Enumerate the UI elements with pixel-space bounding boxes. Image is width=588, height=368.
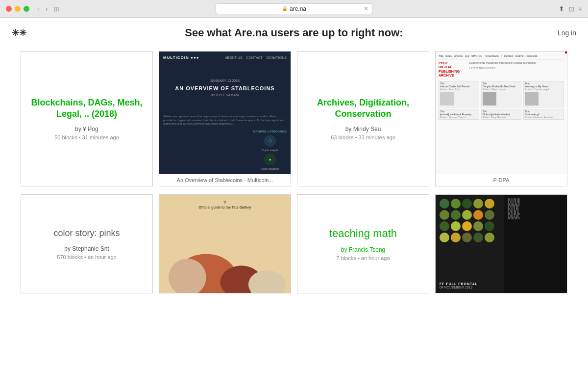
minimize-button[interactable]	[15, 6, 21, 12]
maximize-button[interactable]	[24, 6, 29, 12]
card-meta: 7 blocks • an hour ago	[336, 255, 390, 261]
mc-nav-donations: DONATIONS	[267, 56, 287, 59]
page-title: See what Are.na users are up to right no…	[185, 26, 403, 39]
tate-crest-area: ⚜ Official guide to the Tate Gallery	[159, 195, 291, 209]
card-caption: P-DPA	[436, 174, 567, 186]
card-teachingmath[interactable]: teaching math by Francis Tseng 7 blocks …	[297, 194, 429, 293]
mc-body: Stablecoins represent one of the major a…	[163, 115, 287, 126]
ff-footer-text: FF FULL FRONTAL 04 NOVEMBER 2012	[440, 282, 478, 289]
mc-hero: JANUARY 13 2018 AN OVERVIEW OF STABLECOI…	[163, 64, 287, 112]
mc-author: BY KYLE SAMANI	[211, 93, 239, 97]
forward-button[interactable]: ›	[44, 4, 50, 14]
login-link[interactable]: Log in	[558, 29, 576, 37]
pdpa-table-row2: Title [e-book] Intellectual Property... …	[439, 109, 564, 120]
cards-row-1: Blockchains, DAGs, Mesh, Legal, .. (2018…	[0, 48, 588, 189]
mc-logo: MULTICOIN ●●●	[163, 55, 199, 60]
ff-circles-grid	[440, 199, 494, 242]
card-author: by ¥ Pog	[75, 126, 98, 132]
card-archives[interactable]: Archives, Digitization, Conservation by …	[297, 51, 429, 186]
browser-navigation: ‹ › ⊞	[35, 4, 61, 14]
page: ✳✳ See what Are.na users are up to right…	[0, 18, 588, 368]
ff-dark-area: ██ █ ██ ███ █ █ █ ████ ██ ██ ██ █ ██ ███…	[504, 195, 567, 293]
new-window-button[interactable]: ⊡	[568, 5, 574, 13]
page-header: ✳✳ See what Are.na users are up to right…	[0, 18, 588, 48]
card-title: color story: pinks	[53, 228, 120, 239]
card-author: by Stephanie Snt	[64, 245, 109, 252]
card-author: by Mindy Seu	[345, 126, 381, 132]
mc-nav-contact: CONTACT	[246, 56, 263, 59]
card-caption: An Overview of Stablecoins - Multicoin..…	[159, 174, 291, 186]
pdpa-table-header: Title Internet Cache Self Portrait Autho…	[439, 81, 564, 107]
card-title: teaching math	[329, 227, 397, 241]
mc-article-title: AN OVERVIEW OF STABLECOINS	[175, 85, 274, 91]
card-tate[interactable]: ⚜ Official guide to the Tate Gallery	[159, 194, 291, 293]
card-meta: 570 blocks • an hour ago	[57, 254, 116, 260]
ff-qr-pattern: ██ █ ██ ███ █ █ █ ████ ██ ██ ██ █ ██ ███…	[504, 195, 567, 293]
mc-date: JANUARY 13 2018	[210, 79, 240, 82]
pdpa-post-logo: POSTDIGITALPUBLISHINGARCHIVE	[439, 61, 466, 78]
pdpa-description: Experimental Publishing Informed By Digi…	[469, 61, 564, 78]
close-tab-icon: ✕	[364, 6, 368, 11]
ff-date: 04 NOVEMBER 2012	[440, 286, 478, 289]
layout-button[interactable]: ⊞	[51, 4, 61, 14]
card-fullfrontal[interactable]: ██ █ ██ ███ █ █ █ ████ ██ ██ ██ █ ██ ███…	[435, 194, 567, 293]
pdpa-nav: Title Index Articles Log SPARQL↑ Downloa…	[439, 54, 564, 59]
svg-rect-5	[251, 277, 284, 293]
mc-nav-links: ABOUT US CONTACT DONATIONS	[225, 56, 287, 59]
ff-title: FF FULL FRONTAL	[440, 282, 478, 286]
card-colorstory[interactable]: color story: pinks by Stephanie Snt 570 …	[21, 194, 153, 293]
lock-icon: 🔒	[282, 6, 288, 11]
cards-row-2: color story: pinks by Stephanie Snt 570 …	[0, 191, 588, 296]
multicoin-preview: MULTICOIN ●●● ABOUT US CONTACT DONATIONS…	[159, 52, 291, 174]
card-pdpa[interactable]: Title Index Articles Log SPARQL↑ Downloa…	[435, 51, 567, 186]
pdpa-preview: Title Index Articles Log SPARQL↑ Downloa…	[436, 52, 567, 174]
card-title: Archives, Digitization, Conservation	[307, 97, 419, 120]
pdpa-logo-area: POSTDIGITALPUBLISHINGARCHIVE	[439, 61, 466, 78]
card-meta: 63 blocks • 33 minutes ago	[331, 134, 395, 140]
mc-category2-icon: ●	[264, 154, 276, 165]
url-text: are.na	[290, 5, 306, 12]
share-button[interactable]: ⬆	[559, 5, 564, 13]
card-author: by Francis Tseng	[341, 246, 386, 253]
add-bookmark-button[interactable]: +	[578, 5, 582, 13]
mc-categories: BROWSE CATEGORIES ⬡ Crypto Insights ● As…	[253, 130, 287, 170]
tate-cover: ⚜ Official guide to the Tate Gallery	[159, 195, 291, 293]
mc-footer: BROWSE CATEGORIES ⬡ Crypto Insights ● As…	[163, 130, 287, 170]
pdpa-red-dot	[565, 52, 567, 53]
mc-category-icon: ⬡	[264, 135, 276, 147]
card-title: Blockchains, DAGs, Mesh, Legal, .. (2018…	[31, 97, 143, 120]
close-button[interactable]	[6, 6, 12, 12]
card-meta: 50 blocks • 31 minutes ago	[54, 134, 119, 140]
browser-actions: ⬆ ⊡ +	[559, 5, 582, 13]
fullfrontal-cover: ██ █ ██ ███ █ █ █ ████ ██ ██ ██ █ ██ ███…	[436, 195, 567, 293]
browser-chrome: ‹ › ⊞ 🔒 are.na ✕ ⬆ ⊡ +	[0, 0, 588, 18]
mc-nav-aboutus: ABOUT US	[225, 56, 243, 59]
card-multicoin[interactable]: MULTICOIN ●●● ABOUT US CONTACT DONATIONS…	[159, 51, 291, 186]
back-button[interactable]: ‹	[35, 4, 42, 14]
card-blockchains[interactable]: Blockchains, DAGs, Mesh, Legal, .. (2018…	[21, 51, 153, 186]
url-bar[interactable]: 🔒 are.na ✕	[216, 3, 372, 14]
logo[interactable]: ✳✳	[12, 27, 26, 38]
pdpa-header: POSTDIGITALPUBLISHINGARCHIVE Experimenta…	[439, 61, 564, 78]
browser-window-controls	[6, 6, 29, 12]
tate-shapes-svg	[159, 224, 291, 293]
